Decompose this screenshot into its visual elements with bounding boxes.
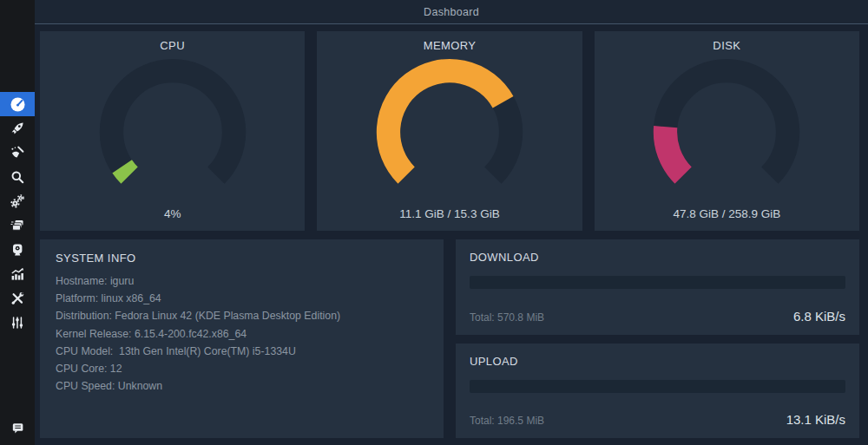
layers-processes-icon (10, 218, 25, 233)
cpu-gauge-chart (89, 56, 257, 192)
upload-card: UPLOAD Total: 196.5 MiB 13.1 KiB/s (456, 344, 859, 439)
gauge-row: CPU 4% MEMORY 11.1 GiB / 15.3 GiB DISK (40, 31, 859, 231)
system-info-cpu-speed: CPU Speed: Unknown (56, 377, 428, 395)
disk-gauge-chart (642, 56, 811, 192)
system-info-cpu-model: CPU Model: 13th Gen Intel(R) Core(TM) i5… (56, 343, 428, 360)
memory-gauge-title: MEMORY (424, 39, 477, 52)
memory-gauge-value: 11.1 GiB / 15.3 GiB (399, 207, 499, 220)
cpu-gauge-value: 4% (164, 207, 181, 220)
system-info-hostname: Hostname: iguru (56, 272, 428, 290)
sidebar-item-startup-apps[interactable] (0, 116, 35, 141)
bar-chart-resources-icon (10, 266, 25, 282)
system-info-title: SYSTEM INFO (56, 252, 428, 265)
gears-services-icon (10, 193, 25, 209)
package-uninstaller-icon (10, 242, 25, 258)
system-info-card: SYSTEM INFO Hostname: iguru Platform: li… (40, 239, 444, 438)
download-card: DOWNLOAD Total: 570.8 MiB 6.8 KiB/s (456, 239, 859, 335)
sidebar-item-processes[interactable] (0, 213, 35, 238)
system-info-cpu-core: CPU Core: 12 (56, 360, 428, 377)
sidebar-item-search[interactable] (0, 165, 35, 189)
download-progress-bar (470, 276, 845, 289)
bottom-row: SYSTEM INFO Hostname: iguru Platform: li… (40, 239, 859, 438)
broom-cleaner-icon (10, 145, 25, 160)
disk-gauge-card: DISK 47.8 GiB / 258.9 GiB (595, 31, 859, 231)
topbar: Dashboard (35, 0, 868, 24)
dashboard-main: CPU 4% MEMORY 11.1 GiB / 15.3 GiB DISK (35, 24, 868, 445)
upload-meta: Total: 196.5 MiB 13.1 KiB/s (470, 412, 845, 427)
search-icon (10, 169, 25, 185)
system-info-distribution: Distribution: Fedora Linux 42 (KDE Plasm… (56, 307, 428, 324)
cpu-gauge-title: CPU (160, 39, 185, 52)
download-title: DOWNLOAD (470, 251, 845, 264)
system-info-kernel: Kernel Release: 6.15.4-200.fc42.x86_64 (56, 325, 428, 343)
download-speed: 6.8 KiB/s (793, 309, 845, 324)
download-meta: Total: 570.8 MiB 6.8 KiB/s (470, 309, 845, 324)
upload-title: UPLOAD (470, 355, 845, 368)
rocket-startup-icon (10, 121, 25, 136)
system-info-lines: Hostname: iguru Platform: linux x86_64 D… (56, 272, 428, 395)
cpu-gauge-card: CPU 4% (40, 31, 305, 231)
upload-total: Total: 196.5 MiB (470, 415, 544, 427)
sidebar-item-resources[interactable] (0, 262, 35, 286)
memory-gauge-chart (365, 56, 534, 192)
sliders-settings-icon (10, 315, 25, 330)
sidebar-item-system-cleaner[interactable] (0, 141, 35, 165)
download-total: Total: 570.8 MiB (470, 311, 544, 324)
upload-progress-bar (470, 380, 845, 393)
disk-gauge-value: 47.8 GiB / 258.9 GiB (673, 207, 780, 220)
disk-gauge-title: DISK (713, 39, 740, 52)
sidebar-item-uninstaller[interactable] (0, 238, 35, 262)
sidebar-item-dashboard[interactable] (0, 92, 35, 116)
network-column: DOWNLOAD Total: 570.8 MiB 6.8 KiB/s UPLO… (456, 239, 859, 438)
feedback-chat-icon (10, 421, 25, 435)
memory-gauge-card: MEMORY 11.1 GiB / 15.3 GiB (317, 31, 582, 231)
sidebar-item-services[interactable] (0, 189, 35, 213)
sidebar-item-settings[interactable] (0, 311, 35, 335)
content-column: Dashboard CPU 4% MEMORY 11.1 GiB / 15.3 … (35, 0, 868, 445)
sidebar-item-feedback[interactable] (0, 416, 35, 440)
sidebar (0, 0, 35, 445)
system-info-platform: Platform: linux x86_64 (56, 290, 428, 307)
dashboard-gauge-icon (10, 96, 26, 113)
upload-speed: 13.1 KiB/s (786, 412, 845, 427)
tools-helpers-icon (10, 291, 25, 306)
page-title: Dashboard (424, 6, 479, 18)
sidebar-item-helpers[interactable] (0, 286, 35, 311)
